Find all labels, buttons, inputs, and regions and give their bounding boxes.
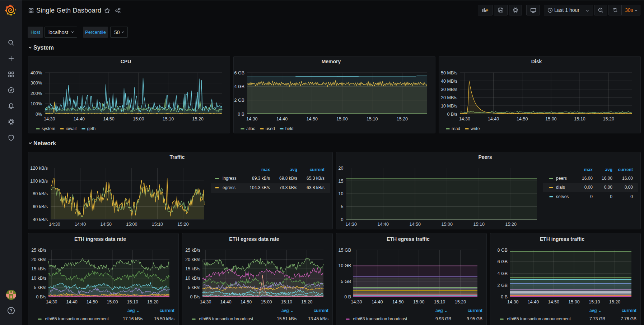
svg-text:15:00: 15:00 (107, 299, 118, 305)
svg-text:15:00: 15:00 (442, 222, 453, 227)
svg-text:20 kB/s: 20 kB/s (31, 257, 46, 262)
svg-text:14:50: 14:50 (392, 299, 403, 305)
svg-text:0 B/s: 0 B/s (447, 112, 458, 117)
svg-text:15: 15 (339, 179, 344, 184)
svg-text:15:00: 15:00 (126, 222, 137, 227)
svg-text:14:50: 14:50 (241, 299, 252, 305)
svg-text:25 kB/s: 25 kB/s (185, 248, 200, 253)
svg-text:40 kB/s: 40 kB/s (33, 217, 48, 222)
svg-text:14:40: 14:40 (528, 299, 539, 305)
svg-text:40 MB/s: 40 MB/s (441, 79, 457, 84)
svg-text:15:10: 15:10 (367, 116, 378, 122)
svg-text:80 kB/s: 80 kB/s (33, 191, 48, 196)
svg-text:15:10: 15:10 (434, 299, 445, 305)
svg-text:15:20: 15:20 (397, 116, 408, 122)
svg-text:14:40: 14:40 (75, 222, 86, 227)
svg-text:100 kB/s: 100 kB/s (30, 179, 48, 184)
svg-text:14:50: 14:50 (548, 299, 559, 305)
svg-text:15:10: 15:10 (281, 299, 292, 305)
svg-text:14:50: 14:50 (410, 222, 421, 227)
svg-text:15:20: 15:20 (192, 116, 204, 122)
svg-text:0 B/s: 0 B/s (36, 294, 47, 299)
svg-text:15:20: 15:20 (603, 116, 614, 122)
svg-text:15:00: 15:00 (413, 299, 424, 305)
svg-text:15:00: 15:00 (261, 299, 272, 305)
svg-text:2 GB: 2 GB (498, 283, 508, 288)
svg-text:15:10: 15:10 (163, 116, 174, 122)
svg-text:14:50: 14:50 (517, 116, 528, 122)
svg-text:15:10: 15:10 (473, 222, 485, 227)
svg-text:25 kB/s: 25 kB/s (31, 248, 46, 253)
svg-text:14:30: 14:30 (346, 222, 357, 227)
svg-text:10 kB/s: 10 kB/s (185, 276, 200, 281)
svg-text:14:30: 14:30 (507, 299, 518, 305)
svg-text:15 GB: 15 GB (339, 248, 351, 253)
svg-text:5 GB: 5 GB (341, 279, 351, 284)
svg-text:14:30: 14:30 (246, 116, 257, 122)
svg-text:14:40: 14:40 (66, 299, 77, 305)
svg-text:30 MB/s: 30 MB/s (441, 87, 457, 92)
svg-text:14:50: 14:50 (101, 222, 112, 227)
svg-text:15:00: 15:00 (133, 116, 144, 122)
svg-text:15:20: 15:20 (455, 299, 466, 305)
svg-text:14:30: 14:30 (459, 116, 470, 122)
svg-text:8 GB: 8 GB (498, 248, 508, 253)
svg-text:14:50: 14:50 (87, 299, 98, 305)
svg-text:15:10: 15:10 (127, 299, 138, 305)
svg-text:20: 20 (339, 166, 344, 171)
svg-text:15:10: 15:10 (152, 222, 163, 227)
svg-text:20 kB/s: 20 kB/s (185, 257, 200, 262)
svg-text:10 kB/s: 10 kB/s (31, 276, 46, 281)
svg-text:10 MB/s: 10 MB/s (441, 104, 457, 109)
svg-text:2 GB: 2 GB (234, 98, 245, 103)
svg-text:14:30: 14:30 (200, 299, 211, 305)
svg-text:0%: 0% (36, 112, 42, 117)
svg-text:15:10: 15:10 (574, 116, 585, 122)
svg-text:14:40: 14:40 (276, 116, 288, 122)
svg-text:15:00: 15:00 (336, 116, 347, 122)
svg-text:10 GB: 10 GB (339, 263, 351, 268)
svg-text:15:20: 15:20 (505, 222, 517, 227)
svg-text:200%: 200% (31, 91, 42, 96)
svg-text:10: 10 (339, 191, 344, 196)
svg-text:14:40: 14:40 (74, 116, 85, 122)
svg-text:14:30: 14:30 (351, 299, 362, 305)
svg-text:60 kB/s: 60 kB/s (33, 204, 48, 209)
svg-text:400%: 400% (31, 70, 42, 75)
svg-text:0 B: 0 B (344, 294, 351, 299)
svg-text:14:40: 14:40 (372, 299, 383, 305)
svg-text:20 MB/s: 20 MB/s (441, 95, 457, 100)
svg-text:0 B: 0 B (501, 294, 508, 299)
svg-text:14:30: 14:30 (46, 299, 57, 305)
svg-text:14:50: 14:50 (103, 116, 114, 122)
svg-text:4 GB: 4 GB (498, 271, 508, 276)
svg-text:14:30: 14:30 (44, 116, 55, 122)
svg-text:15:20: 15:20 (147, 299, 158, 305)
svg-text:15:20: 15:20 (609, 299, 620, 305)
svg-text:15:00: 15:00 (568, 299, 579, 305)
svg-text:0 B: 0 B (238, 112, 244, 117)
svg-text:14:40: 14:40 (220, 299, 231, 305)
svg-text:14:30: 14:30 (49, 222, 60, 227)
svg-text:15:20: 15:20 (301, 299, 312, 305)
svg-text:15:20: 15:20 (177, 222, 188, 227)
svg-text:14:50: 14:50 (307, 116, 318, 122)
svg-text:5: 5 (341, 204, 344, 209)
svg-text:15:00: 15:00 (545, 116, 556, 122)
svg-text:15:10: 15:10 (589, 299, 600, 305)
svg-text:4 GB: 4 GB (234, 84, 245, 89)
svg-text:6 GB: 6 GB (498, 259, 508, 264)
svg-text:300%: 300% (31, 81, 42, 86)
svg-text:6 GB: 6 GB (234, 70, 245, 75)
svg-text:50 MB/s: 50 MB/s (441, 70, 457, 75)
svg-text:5 kB/s: 5 kB/s (34, 285, 46, 290)
svg-text:14:40: 14:40 (488, 116, 499, 122)
svg-text:0 B/s: 0 B/s (190, 294, 201, 299)
svg-text:?: ? (10, 308, 12, 313)
svg-text:100%: 100% (31, 101, 42, 106)
svg-text:120 kB/s: 120 kB/s (30, 166, 48, 171)
svg-text:0: 0 (341, 217, 344, 222)
svg-text:5 kB/s: 5 kB/s (188, 285, 200, 290)
svg-text:15 kB/s: 15 kB/s (185, 266, 200, 271)
svg-text:15 kB/s: 15 kB/s (31, 266, 46, 271)
